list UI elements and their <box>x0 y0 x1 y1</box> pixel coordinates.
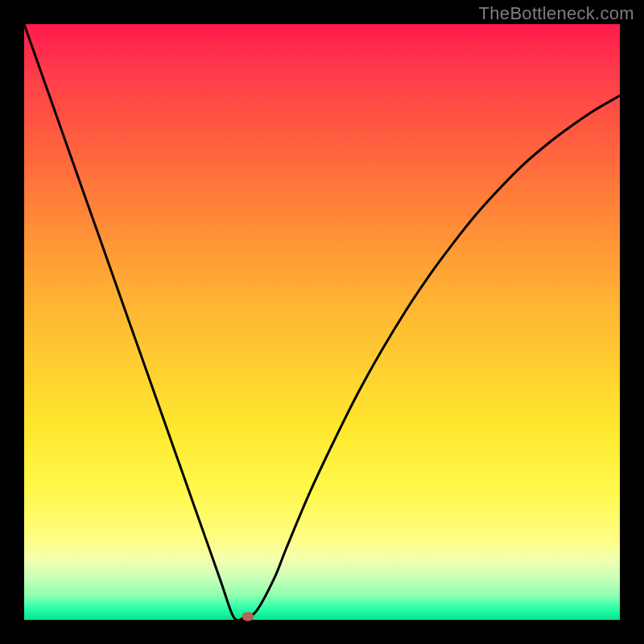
plot-area <box>24 24 620 620</box>
bottleneck-curve <box>24 24 620 620</box>
optimal-point-marker <box>242 612 254 621</box>
chart-frame: TheBottleneck.com <box>0 0 644 644</box>
watermark-label: TheBottleneck.com <box>479 3 634 24</box>
